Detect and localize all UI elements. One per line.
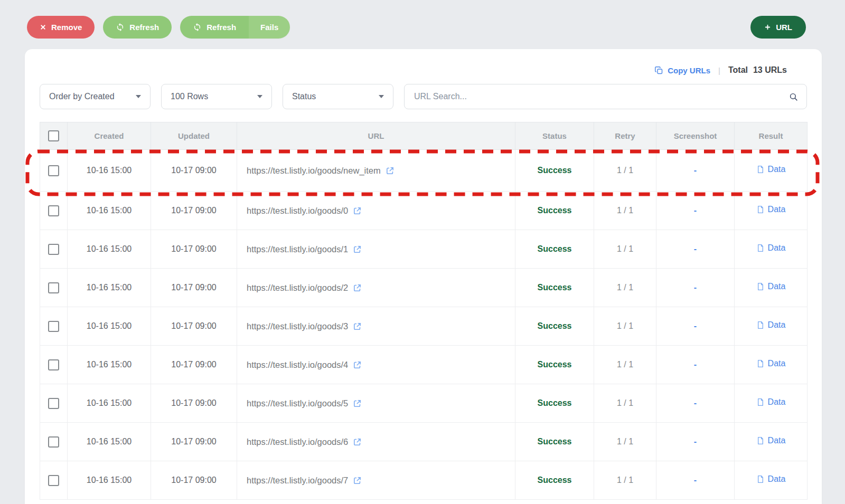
data-link[interactable]: Data	[756, 474, 786, 484]
created-cell: 10-16 15:00	[68, 192, 151, 230]
toolbar: Remove Refresh Refresh Fails URL	[0, 0, 845, 39]
created-cell: 10-16 15:00	[68, 461, 151, 500]
separator: |	[718, 66, 720, 75]
url-text: https://test.listly.io/goods/4	[247, 360, 348, 370]
order-by-value: Order by Created	[49, 92, 115, 101]
retry-cell: 1 / 1	[594, 307, 656, 346]
external-link-icon[interactable]	[353, 283, 362, 292]
file-icon	[756, 165, 765, 174]
external-link-icon[interactable]	[353, 360, 362, 369]
screenshot-cell: -	[694, 398, 697, 407]
external-link-icon[interactable]	[353, 476, 362, 485]
refresh-fails-fails-segment[interactable]: Fails	[249, 16, 290, 39]
status-badge: Success	[538, 360, 572, 369]
screenshot-cell: -	[694, 437, 697, 446]
data-link-label: Data	[768, 359, 786, 368]
updated-cell: 10-17 09:00	[151, 461, 237, 500]
created-cell: 10-16 15:00	[68, 230, 151, 269]
table-row: 10-16 15:00 10-17 09:00 https://test.lis…	[40, 346, 808, 384]
file-icon	[756, 205, 765, 214]
table-row-highlighted: 10-16 15:00 10-17 09:00 https://test.lis…	[40, 150, 808, 192]
table-row: 10-16 15:00 10-17 09:00 https://test.lis…	[40, 307, 808, 346]
column-header-url: URL	[237, 122, 515, 150]
total-count: Total 13 URLs	[728, 65, 787, 75]
chevron-down-icon	[136, 95, 141, 98]
retry-cell: 1 / 1	[594, 461, 656, 500]
url-text: https://test.listly.io/goods/1	[247, 244, 348, 254]
updated-cell: 10-17 09:00	[151, 384, 237, 423]
retry-cell: 1 / 1	[594, 192, 656, 230]
row-checkbox[interactable]	[48, 398, 59, 409]
plus-icon	[764, 24, 771, 31]
row-checkbox[interactable]	[48, 205, 59, 216]
add-url-button[interactable]: URL	[750, 16, 806, 39]
refresh-button[interactable]: Refresh	[103, 16, 172, 39]
search-icon[interactable]	[789, 92, 798, 101]
url-list-card: Copy URLs | Total 13 URLs Order by Creat…	[25, 49, 822, 504]
external-link-icon[interactable]	[353, 322, 362, 331]
status-badge: Success	[538, 437, 572, 446]
data-link[interactable]: Data	[756, 359, 786, 368]
table-row: 10-16 15:00 10-17 09:00 https://test.lis…	[40, 384, 808, 423]
external-link-icon[interactable]	[353, 245, 362, 254]
url-text: https://test.listly.io/goods/6	[247, 437, 348, 447]
total-value: 13 URLs	[753, 65, 787, 75]
status-dropdown[interactable]: Status	[283, 84, 393, 109]
row-checkbox[interactable]	[48, 165, 59, 176]
row-checkbox[interactable]	[48, 244, 59, 255]
url-text: https://test.listly.io/goods/2	[247, 283, 348, 293]
data-link[interactable]: Data	[756, 282, 786, 291]
data-link[interactable]: Data	[756, 165, 786, 174]
external-link-icon[interactable]	[353, 206, 362, 215]
external-link-icon[interactable]	[353, 438, 362, 446]
data-link-label: Data	[768, 397, 786, 407]
row-checkbox[interactable]	[48, 359, 59, 370]
external-link-icon[interactable]	[386, 166, 395, 175]
row-checkbox[interactable]	[48, 321, 59, 332]
screenshot-cell: -	[694, 283, 697, 292]
status-badge: Success	[538, 166, 572, 175]
remove-button[interactable]: Remove	[27, 16, 95, 39]
file-icon	[756, 320, 765, 330]
url-search-input[interactable]	[414, 92, 789, 101]
retry-cell: 1 / 1	[594, 230, 656, 269]
refresh-fails-button: Refresh Fails	[180, 16, 290, 39]
order-by-dropdown[interactable]: Order by Created	[40, 84, 151, 109]
created-cell: 10-16 15:00	[68, 346, 151, 384]
data-link[interactable]: Data	[756, 436, 786, 445]
row-checkbox[interactable]	[48, 282, 59, 293]
refresh-fails-fails-label: Fails	[260, 23, 278, 32]
file-icon	[756, 436, 765, 445]
sync-icon	[116, 23, 125, 32]
row-checkbox[interactable]	[48, 436, 59, 448]
url-text: https://test.listly.io/goods/0	[247, 206, 348, 216]
file-icon	[756, 359, 765, 368]
data-link[interactable]: Data	[756, 320, 786, 330]
updated-cell: 10-17 09:00	[151, 269, 237, 307]
data-link[interactable]: Data	[756, 205, 786, 214]
updated-cell: 10-17 09:00	[151, 423, 237, 461]
data-link-label: Data	[768, 436, 786, 445]
column-header-retry: Retry	[594, 122, 656, 150]
copy-urls-label: Copy URLs	[668, 66, 710, 75]
created-cell: 10-16 15:00	[68, 269, 151, 307]
external-link-icon[interactable]	[353, 399, 362, 408]
created-cell: 10-16 15:00	[68, 307, 151, 346]
chevron-down-icon	[257, 95, 262, 98]
column-header-created: Created	[68, 122, 151, 150]
rows-per-page-dropdown[interactable]: 100 Rows	[161, 84, 272, 109]
refresh-fails-refresh-segment[interactable]: Refresh	[180, 16, 249, 39]
url-text: https://test.listly.io/goods/7	[247, 476, 348, 486]
table-row: 10-16 15:00 10-17 09:00 https://test.lis…	[40, 461, 808, 500]
data-link[interactable]: Data	[756, 243, 786, 253]
copy-urls-link[interactable]: Copy URLs	[654, 66, 710, 75]
status-badge: Success	[538, 206, 572, 215]
select-all-checkbox[interactable]	[48, 130, 59, 141]
url-text: https://test.listly.io/goods/new_item	[247, 166, 381, 176]
url-text: https://test.listly.io/goods/5	[247, 398, 348, 408]
row-checkbox[interactable]	[48, 475, 59, 486]
table-row: 10-16 15:00 10-17 09:00 https://test.lis…	[40, 269, 808, 307]
rows-per-page-value: 100 Rows	[171, 92, 208, 101]
data-link[interactable]: Data	[756, 397, 786, 407]
updated-cell: 10-17 09:00	[151, 230, 237, 269]
